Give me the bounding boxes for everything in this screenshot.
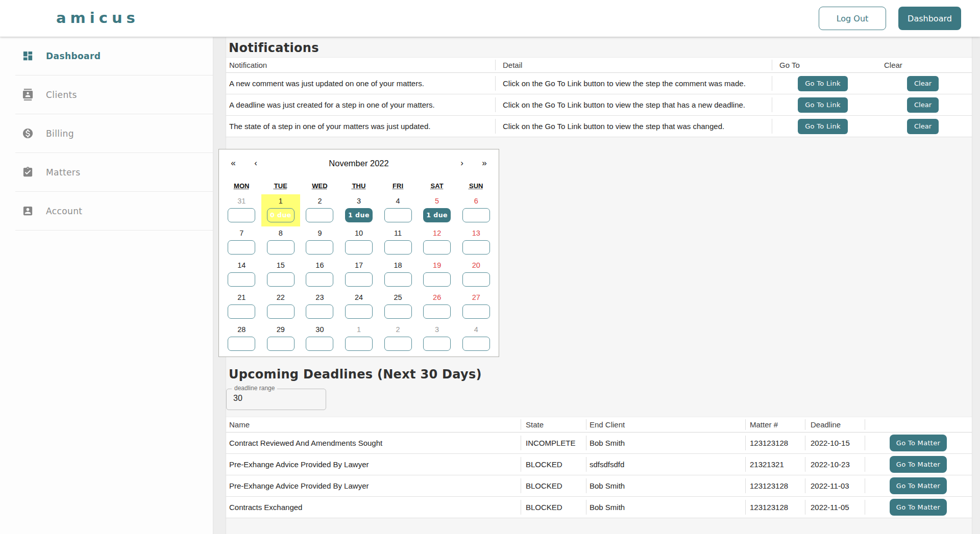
calendar-next-month-button[interactable]: › xyxy=(451,155,473,172)
calendar-day-tile[interactable]: 7 xyxy=(222,226,261,259)
deadline-range-value[interactable]: 30 xyxy=(233,394,242,403)
calendar-day-tile[interactable]: 15 xyxy=(261,259,301,291)
calendar-due-badge[interactable]: 1 due xyxy=(345,208,373,222)
calendar-day-box[interactable] xyxy=(384,304,412,319)
calendar-day-box[interactable] xyxy=(462,240,490,255)
calendar-day-tile[interactable]: 23 xyxy=(300,291,339,323)
calendar-day-tile[interactable]: 17 xyxy=(339,259,379,291)
calendar-day-tile[interactable]: 12 xyxy=(418,226,457,259)
calendar-day-tile[interactable]: 1 xyxy=(339,323,379,355)
calendar-day-tile[interactable]: 24 xyxy=(339,291,379,323)
calendar-day-tile[interactable]: 30 xyxy=(300,323,339,355)
calendar-day-tile[interactable]: 14 xyxy=(222,259,261,291)
calendar-day-box[interactable] xyxy=(345,337,373,351)
sidebar-item-matters[interactable]: Matters xyxy=(0,153,213,191)
calendar-day-tile[interactable]: 4 xyxy=(456,323,496,355)
calendar-day-tile[interactable]: 21 xyxy=(222,291,261,323)
calendar-day-tile[interactable]: 20 xyxy=(456,259,496,291)
calendar-day-box[interactable] xyxy=(462,337,490,351)
clear-button[interactable]: Clear xyxy=(907,76,939,91)
calendar-prev-year-button[interactable]: « xyxy=(222,155,244,172)
page-scrollbar-track[interactable] xyxy=(972,37,980,534)
deadline-range-field[interactable]: deadline range 30 xyxy=(226,389,326,410)
calendar-day-box[interactable] xyxy=(228,208,255,222)
calendar-day-box[interactable] xyxy=(267,240,295,255)
calendar-day-tile[interactable]: 11 xyxy=(378,226,418,259)
calendar-day-box[interactable] xyxy=(306,304,333,319)
go-to-link-button[interactable]: Go To Link xyxy=(798,97,848,113)
calendar-day-tile[interactable]: 28 xyxy=(222,323,261,355)
calendar-day-box[interactable] xyxy=(423,240,451,255)
calendar-day-tile[interactable]: 8 xyxy=(261,226,301,259)
calendar-day-tile[interactable]: 10 due xyxy=(261,194,301,226)
calendar-prev-month-button[interactable]: ‹ xyxy=(244,155,267,172)
calendar-day-tile[interactable]: 6 xyxy=(456,194,496,226)
calendar-month-title[interactable]: November 2022 xyxy=(267,159,451,168)
go-to-matter-button[interactable]: Go To Matter xyxy=(890,477,947,494)
calendar-day-tile[interactable]: 22 xyxy=(261,291,301,323)
clear-button[interactable]: Clear xyxy=(907,119,939,134)
go-to-matter-button[interactable]: Go To Matter xyxy=(890,499,947,516)
calendar-day-box[interactable] xyxy=(384,208,412,222)
calendar-day-box[interactable] xyxy=(345,272,373,287)
calendar-day-tile[interactable]: 4 xyxy=(378,194,418,226)
calendar-day-box[interactable] xyxy=(267,337,295,351)
calendar-day-box[interactable] xyxy=(345,304,373,319)
calendar-day-tile[interactable]: 29 xyxy=(261,323,301,355)
calendar-day-box[interactable] xyxy=(384,240,412,255)
sidebar-item-label: Clients xyxy=(46,90,77,100)
logout-button[interactable]: Log Out xyxy=(819,7,886,30)
calendar-day-box[interactable] xyxy=(228,304,255,319)
calendar-day-tile[interactable]: 2 xyxy=(300,194,339,226)
calendar-day-tile[interactable]: 31 xyxy=(222,194,261,226)
sidebar-item-clients[interactable]: Clients xyxy=(0,75,213,114)
calendar-day-tile[interactable]: 31 due xyxy=(339,194,379,226)
calendar-day-box[interactable] xyxy=(462,272,490,287)
sidebar-item-billing[interactable]: Billing xyxy=(0,114,213,152)
calendar-day-tile[interactable]: 19 xyxy=(418,259,457,291)
calendar-day-tile[interactable]: 10 xyxy=(339,226,379,259)
calendar-day-tile[interactable]: 18 xyxy=(378,259,418,291)
calendar-due-badge[interactable]: 0 due xyxy=(267,208,295,222)
calendar-day-box[interactable] xyxy=(384,272,412,287)
calendar-day-tile[interactable]: 2 xyxy=(378,323,418,355)
calendar-day-tile[interactable]: 3 xyxy=(418,323,457,355)
calendar-due-badge[interactable]: 1 due xyxy=(423,208,451,222)
go-to-link-button[interactable]: Go To Link xyxy=(798,119,848,134)
sidebar-item-dashboard[interactable]: Dashboard xyxy=(0,37,213,75)
calendar-day-tile[interactable]: 26 xyxy=(418,291,457,323)
go-to-link-button[interactable]: Go To Link xyxy=(798,76,848,91)
calendar-day-tile[interactable]: 9 xyxy=(300,226,339,259)
sidebar-divider xyxy=(15,230,213,231)
calendar-day-box[interactable] xyxy=(306,272,333,287)
notifications-header-row: Notification Detail Go To Clear xyxy=(226,58,972,73)
calendar-day-box[interactable] xyxy=(345,240,373,255)
calendar-day-box[interactable] xyxy=(423,304,451,319)
calendar-day-number: 4 xyxy=(456,324,496,335)
calendar-day-box[interactable] xyxy=(306,337,333,351)
calendar-day-box[interactable] xyxy=(267,272,295,287)
calendar-grid: 3110 due231 due451 due678910111213141516… xyxy=(222,194,496,355)
calendar-day-tile[interactable]: 16 xyxy=(300,259,339,291)
calendar-day-tile[interactable]: 27 xyxy=(456,291,496,323)
calendar-day-box[interactable] xyxy=(228,337,255,351)
calendar-day-box[interactable] xyxy=(228,240,255,255)
calendar-day-box[interactable] xyxy=(306,208,333,222)
clear-button[interactable]: Clear xyxy=(907,97,939,113)
go-to-matter-button[interactable]: Go To Matter xyxy=(890,435,947,451)
calendar-day-box[interactable] xyxy=(423,272,451,287)
calendar-day-tile[interactable]: 25 xyxy=(378,291,418,323)
sidebar-item-account[interactable]: Account xyxy=(0,192,213,230)
calendar-day-box[interactable] xyxy=(228,272,255,287)
calendar-day-tile[interactable]: 13 xyxy=(456,226,496,259)
calendar-next-year-button[interactable]: » xyxy=(473,155,496,172)
calendar-day-box[interactable] xyxy=(462,208,490,222)
calendar-day-box[interactable] xyxy=(423,337,451,351)
calendar-day-tile[interactable]: 51 due xyxy=(418,194,457,226)
calendar-day-box[interactable] xyxy=(267,304,295,319)
calendar-day-box[interactable] xyxy=(462,304,490,319)
go-to-matter-button[interactable]: Go To Matter xyxy=(890,456,947,473)
calendar-day-box[interactable] xyxy=(384,337,412,351)
dashboard-button[interactable]: Dashboard xyxy=(898,7,961,30)
calendar-day-box[interactable] xyxy=(306,240,333,255)
